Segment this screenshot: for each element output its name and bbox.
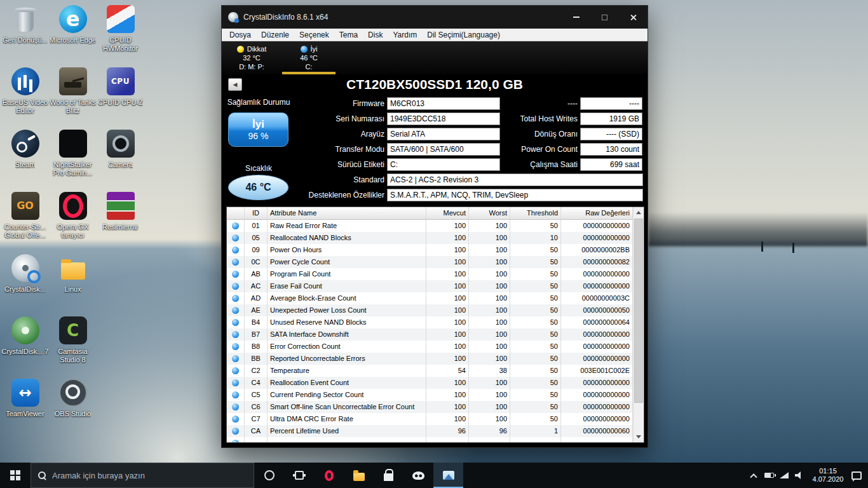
desktop-icon[interactable]: CrystalDisk... (1, 253, 49, 315)
battery-status[interactable] (761, 463, 776, 488)
menu-item[interactable]: Disk (363, 30, 388, 39)
table-row[interactable]: CA Percent Lifetime Used 96 96 1 0000000… (227, 425, 644, 437)
table-row[interactable]: AD Average Block-Erase Count 100 100 50 … (227, 292, 644, 304)
table-row[interactable]: C4 Reallocation Event Count 100 100 50 0… (227, 377, 644, 389)
desktop-icon[interactable]: CrystalDisk... 7 (1, 315, 49, 377)
desktop-icon[interactable]: EaseUS Video Editor (1, 66, 49, 128)
desktop-icon-art (58, 4, 88, 34)
chevron-up-icon (750, 473, 757, 480)
table-row[interactable]: 09 Power On Hours 100 100 50 0000000002B… (227, 244, 644, 256)
desktop-icon[interactable]: Camtasia Studio 8 (49, 315, 97, 377)
taskbar-app[interactable] (314, 463, 344, 488)
taskbar-app[interactable] (403, 463, 433, 488)
table-row[interactable]: 0C Power Cycle Count 100 100 50 00000000… (227, 256, 644, 268)
menu-item[interactable]: Seçenek (294, 30, 334, 39)
taskbar-app[interactable] (433, 463, 463, 488)
desktop-icon[interactable]: Counter-Str... Global Offe... (1, 191, 49, 253)
search-icon (37, 471, 46, 480)
drive-tab[interactable]: Dikkat 32 °C D: M: P: (223, 41, 280, 74)
csgo-icon (11, 192, 39, 220)
table-row[interactable]: AB Program Fail Count 100 100 50 0000000… (227, 268, 644, 280)
network-status[interactable] (776, 463, 792, 488)
cell-id: CA (245, 425, 268, 437)
table-row[interactable]: 05 Reallocated NAND Blocks 100 100 10 00… (227, 232, 644, 244)
taskbar-clock[interactable]: 01:15 4.07.2020 (807, 467, 849, 484)
scrollbar-thumb[interactable] (634, 219, 643, 403)
menu-item[interactable]: Dil Seçimi(Language) (422, 30, 505, 39)
hidden-icons-button[interactable] (746, 463, 761, 488)
desktop-icon[interactable]: Steam (1, 128, 49, 191)
field-value: C: (387, 158, 500, 171)
cell-id: BB (245, 353, 268, 365)
table-row[interactable]: C5 Current Pending Sector Count 100 100 … (227, 389, 644, 401)
taskbar-search[interactable] (31, 463, 254, 488)
taskbar-app[interactable] (284, 463, 314, 488)
desktop-icon[interactable]: Resimlerrar (97, 191, 144, 253)
menu-item[interactable]: Yardım (388, 30, 422, 39)
start-button[interactable] (0, 463, 31, 488)
volume-status[interactable] (792, 463, 807, 488)
taskbar-app[interactable] (374, 463, 403, 488)
table-row[interactable]: AE Unexpected Power Loss Count 100 100 5… (227, 304, 644, 316)
menu-item[interactable]: Düzenle (256, 30, 294, 39)
taskbar-app[interactable] (254, 463, 284, 488)
cell-current: 100 (426, 268, 469, 280)
cell-id: C6 (245, 401, 268, 413)
taskbar-app[interactable] (344, 463, 374, 488)
temperature-display[interactable]: 46 °C (228, 175, 288, 200)
table-row[interactable]: BB Reported Uncorrectable Errors 100 100… (227, 353, 644, 365)
cell-attribute-name: Percent Lifetime Used (268, 425, 426, 437)
menu-item[interactable]: Dosya (224, 30, 256, 39)
desktop-icon[interactable]: Camera (97, 128, 144, 191)
desktop-icon-label: Microsoft Edge (50, 36, 96, 44)
table-row[interactable]: B7 SATA Interface Downshift 100 100 50 0… (227, 329, 644, 341)
vertical-scrollbar[interactable] (633, 207, 644, 442)
desktop-icon[interactable]: CPUID CPU-Z (97, 66, 144, 128)
desktop-icon[interactable]: NightStalker Pro Gamin... (49, 128, 97, 191)
app-icon (228, 12, 238, 22)
maximize-icon (602, 15, 607, 20)
cell-threshold: 50 (510, 304, 561, 316)
status-dot-icon (232, 428, 239, 435)
cell-worst: 96 (469, 425, 510, 437)
desktop-icon[interactable]: CPUID HWMonitor (97, 4, 144, 66)
table-row[interactable]: B8 Error Correction Count 100 100 50 000… (227, 341, 644, 353)
table-row[interactable]: AC Erase Fail Count 100 100 50 000000000… (227, 280, 644, 292)
title-bar[interactable]: CrystalDiskInfo 8.6.1 x64 (222, 6, 648, 29)
drive-tab[interactable]: İyi 46 °C C: (280, 41, 337, 74)
field-label: Sürücü Etiketi (288, 158, 384, 171)
desktop-icon[interactable]: Microsoft Edge (49, 4, 97, 66)
cell-id: B7 (245, 329, 268, 341)
header-status-col (227, 207, 245, 219)
health-status-button[interactable]: İyi 96 % (228, 112, 288, 147)
cell-current: 100 (426, 413, 469, 425)
cell-worst: 100 (469, 232, 510, 244)
table-row[interactable]: B4 Unused Reserve NAND Blocks 100 100 50… (227, 316, 644, 329)
desktop-icon[interactable]: TeamViewer (1, 377, 49, 440)
menu-item[interactable]: Tema (334, 30, 363, 39)
maximize-button[interactable] (590, 6, 619, 29)
cell-attribute-name: Raw Read Error Rate (268, 220, 426, 232)
cell-attribute-name: Unexpected Power Loss Count (268, 304, 426, 316)
desktop-icon[interactable]: World of Tanks Blitz (49, 66, 97, 128)
search-input[interactable] (52, 471, 247, 480)
table-row[interactable]: C6 Smart Off-line Scan Uncorrectable Err… (227, 401, 644, 413)
desktop-icon[interactable]: OBS Studio (49, 377, 97, 440)
taskbar-apps (254, 463, 463, 488)
scroll-down-button[interactable] (634, 431, 644, 442)
desktop-icon[interactable]: Linux (49, 253, 97, 315)
scroll-up-button[interactable] (634, 207, 644, 218)
cell-attribute-name: Reallocation Event Count (268, 377, 426, 389)
action-center-button[interactable] (849, 463, 864, 488)
table-row[interactable] (227, 437, 644, 443)
table-row[interactable]: C2 Temperature 54 38 50 003E001C002E (227, 365, 644, 377)
table-row[interactable]: 01 Raw Read Error Rate 100 100 50 000000… (227, 220, 644, 232)
table-row[interactable]: C7 Ultra DMA CRC Error Rate 100 100 50 0… (227, 413, 644, 425)
desktop-icon-label: Counter-Str... Global Offe... (2, 223, 49, 240)
temperature-value: 46 °C (245, 182, 271, 193)
minimize-button[interactable] (562, 6, 590, 29)
cell-raw: 000000000060 (561, 425, 633, 437)
desktop-icon[interactable]: Geri Dönüşü... (1, 4, 49, 66)
close-button[interactable] (619, 6, 648, 29)
desktop-icon[interactable]: Opera GX tarayıcı (49, 191, 97, 253)
